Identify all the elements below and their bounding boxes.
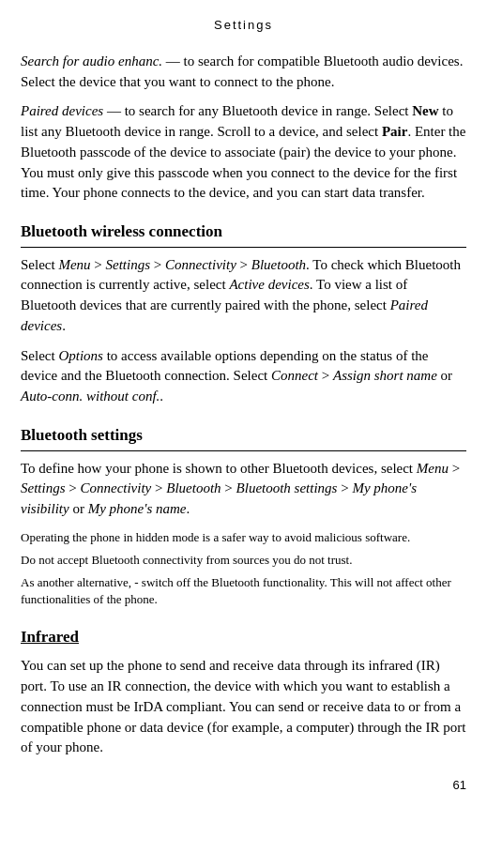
page-container: Settings Search for audio enhanc. — to s… <box>0 0 487 823</box>
active-devices-link: Active devices <box>229 277 309 292</box>
section1-para1: Select Menu > Settings > Connectivity > … <box>21 255 466 337</box>
section2-small2: Do not accept Bluetooth connectivity fro… <box>21 552 466 569</box>
bluetooth-link-1: Bluetooth <box>251 257 306 272</box>
intro-para-1: Search for audio enhanc. — to search for… <box>21 52 466 93</box>
section2-small3: As another alternative, - switch off the… <box>21 574 466 608</box>
connectivity-link-1: Connectivity <box>165 257 236 272</box>
section3-heading: Infrared <box>21 626 466 649</box>
connectivity-link-2: Connectivity <box>80 480 151 495</box>
page-header: Settings <box>21 17 466 35</box>
header-title: Settings <box>214 18 273 32</box>
connect-link: Connect <box>271 368 318 383</box>
intro-para-2: Paired devices — to search for any Bluet… <box>21 101 466 204</box>
section1-para2: Select Options to access available optio… <box>21 346 466 407</box>
page-number: 61 <box>453 778 466 792</box>
search-audio-link: Search for audio enhanc. <box>21 53 162 69</box>
new-link: New <box>412 103 438 118</box>
menu-link-1: Menu <box>58 257 90 272</box>
section2-heading: Bluetooth settings <box>21 424 466 451</box>
pair-link: Pair <box>382 124 408 139</box>
assign-short-name-link: Assign short name <box>333 368 437 383</box>
bluetooth-settings-link: Bluetooth settings <box>236 480 338 495</box>
bluetooth-link-2: Bluetooth <box>166 480 221 495</box>
menu-link-2: Menu <box>417 461 449 476</box>
section2-para1: To define how your phone is shown to oth… <box>21 459 466 520</box>
options-link: Options <box>58 348 103 363</box>
auto-conn-link: Auto-conn. without conf. <box>21 388 160 404</box>
settings-link-2: Settings <box>21 480 66 495</box>
paired-devices-link-1: Paired devices <box>21 103 103 118</box>
section2-small1: Operating the phone in hidden mode is a … <box>21 529 466 546</box>
section3-para1: You can set up the phone to send and rec… <box>21 656 466 758</box>
settings-link-1: Settings <box>106 257 151 272</box>
section1-heading: Bluetooth wireless connection <box>21 221 466 248</box>
page-footer: 61 <box>21 777 466 795</box>
my-phone-name-link: My phone's name <box>88 501 187 516</box>
